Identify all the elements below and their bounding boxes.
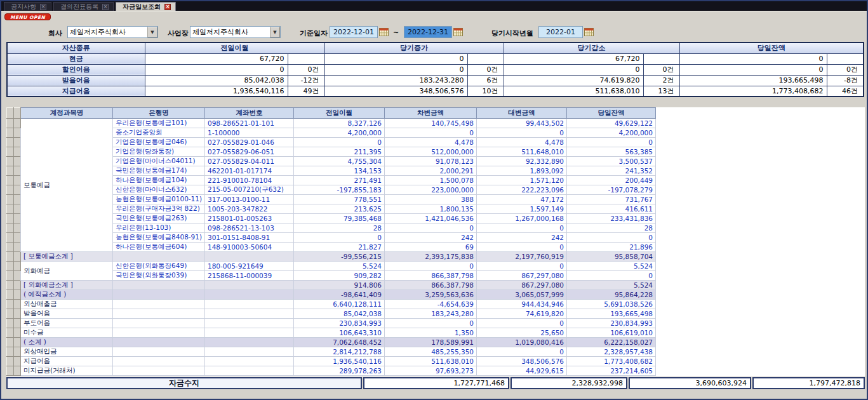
calendar-icon[interactable] bbox=[584, 27, 594, 37]
amount-cell: 1,773,408,682 bbox=[567, 357, 656, 366]
row-indicator-cell bbox=[7, 347, 14, 357]
detail-row[interactable]: 받을어음85,042,038183,243,28074,619,820193,6… bbox=[7, 309, 656, 319]
header-bank-name[interactable]: 은행명 bbox=[113, 108, 205, 119]
amount-cell: 7,062,648,452 bbox=[294, 338, 385, 347]
account-number-cell bbox=[205, 300, 294, 309]
row-indicator-cell bbox=[14, 119, 21, 128]
detail-row[interactable]: [ 외화예금소계 ]914,806866,387,798867,297,0805… bbox=[7, 281, 656, 290]
account-number-cell bbox=[205, 328, 294, 338]
calendar-icon[interactable] bbox=[379, 27, 389, 37]
amount-cell: 563,385 bbox=[567, 147, 656, 157]
summary-amount-cell: 348,506,576 bbox=[324, 86, 467, 97]
detail-row[interactable]: 외상매출금6,640,128,111-4,654,639944,434,9465… bbox=[7, 300, 656, 309]
amount-cell: 731,767 bbox=[567, 195, 656, 204]
amount-cell: 5,524 bbox=[567, 281, 656, 290]
summary-amount-cell: 0 bbox=[504, 64, 643, 75]
amount-cell: 4,755,304 bbox=[294, 157, 385, 166]
account-number-cell: 462201-01-017174 bbox=[205, 166, 294, 176]
detail-row[interactable]: ( 소계 )7,062,648,452178,589,9911,019,080,… bbox=[7, 338, 656, 347]
account-number-cell: 027-055829-04-011 bbox=[205, 157, 294, 166]
site-select[interactable]: 제일저지주식회사 ▼ bbox=[190, 26, 281, 38]
bank-name-cell bbox=[113, 309, 205, 319]
amount-cell: 237,214,605 bbox=[567, 366, 656, 376]
detail-row[interactable]: 미수금106,643,3101,35025,650106,619,010 bbox=[7, 328, 656, 338]
summary-count-cell: 10건 bbox=[467, 86, 504, 97]
date-from-input[interactable]: 2022-12-01 bbox=[330, 26, 378, 38]
header-debit-amount[interactable]: 차변금액 bbox=[385, 108, 477, 119]
detail-row[interactable]: 미지급금(거래처)289,978,26397,693,27344,929,615… bbox=[7, 366, 656, 376]
amount-cell: 0 bbox=[567, 138, 656, 147]
detail-row[interactable]: 외상매입금2,814,212,788485,255,35002,328,957,… bbox=[7, 347, 656, 357]
summary-count-cell: 13건 bbox=[643, 86, 679, 97]
amount-cell: 6,222,158,027 bbox=[567, 338, 656, 347]
row-indicator-cell bbox=[14, 338, 21, 347]
header-account-name[interactable]: 계정과목명 bbox=[21, 108, 113, 119]
date-to-input[interactable]: 2022-12-31 bbox=[404, 26, 452, 38]
tab-journal-entry[interactable]: 결의전표등록× bbox=[53, 2, 114, 11]
summary-count-cell: -12건 bbox=[288, 75, 324, 86]
amount-cell: 289,978,263 bbox=[294, 366, 385, 376]
amount-cell: 485,255,350 bbox=[385, 347, 477, 357]
header-prev-carryover[interactable]: 전일이월 bbox=[294, 108, 385, 119]
summary-header-row: 자산종류 전일이월 당기증가 당기감소 당일잔액 bbox=[7, 43, 864, 53]
bank-name-cell bbox=[113, 347, 205, 357]
amount-cell: 1,893,092 bbox=[477, 166, 567, 176]
row-label-cell: 부도어음 bbox=[21, 319, 113, 328]
calendar-icon[interactable] bbox=[453, 27, 463, 37]
company-select[interactable]: 제일저지주식회사 ▼ bbox=[67, 26, 158, 38]
summary-count-cell: 0건 bbox=[827, 64, 864, 75]
period-start-input[interactable]: 2022-01 bbox=[538, 26, 583, 38]
amount-cell: 74,619,820 bbox=[477, 309, 567, 319]
summary-amount-cell: 85,042,038 bbox=[145, 75, 288, 86]
amount-cell: 0 bbox=[477, 347, 567, 357]
tab-close-icon[interactable]: × bbox=[102, 4, 109, 10]
detail-row[interactable]: ( 예적금소계 )-98,641,4093,259,563,6363,065,0… bbox=[7, 290, 656, 300]
row-indicator-cell bbox=[14, 347, 21, 357]
amount-cell: 0 bbox=[567, 271, 656, 281]
summary-amount-cell: 74,619,820 bbox=[504, 75, 643, 86]
account-number-cell: 148-910003-50604 bbox=[205, 243, 294, 252]
detail-row[interactable]: 부도어음230,834,99300230,834,993 bbox=[7, 319, 656, 328]
tab-fund-daily-report[interactable]: 자금일보조회× bbox=[116, 2, 176, 11]
detail-row[interactable]: 지급어음1,936,540,116511,638,010348,506,5761… bbox=[7, 357, 656, 366]
row-indicator-cell bbox=[7, 138, 14, 147]
footer-total-4: 1,797,472,818 bbox=[752, 377, 865, 389]
row-label-cell: ( 예적금소계 ) bbox=[21, 290, 113, 300]
header-account-number[interactable]: 계좌번호 bbox=[205, 108, 294, 119]
amount-cell: 1,019,080,416 bbox=[477, 338, 567, 347]
row-indicator-cell bbox=[14, 243, 21, 252]
site-select-value: 제일저지주식회사 bbox=[190, 27, 270, 37]
summary-count-cell: 0건 bbox=[467, 64, 504, 75]
account-number-cell: 098-286521-13-103 bbox=[205, 223, 294, 233]
row-indicator-cell bbox=[7, 357, 14, 366]
tab-bar: 공지사항×결의전표등록×자금일보조회× bbox=[1, 1, 867, 11]
amount-cell: 28 bbox=[294, 223, 385, 233]
amount-cell: 1,350 bbox=[385, 328, 477, 338]
detail-row[interactable]: 보통예금우리은행(보통예금101)098-286521-01-1018,327,… bbox=[7, 119, 656, 128]
summary-amount-cell: 1,936,540,116 bbox=[145, 86, 288, 97]
row-indicator-cell bbox=[7, 262, 14, 271]
app-window: 공지사항×결의전표등록×자금일보조회× MENU OPEN 회사 제일저지주식회… bbox=[0, 0, 868, 400]
row-indicator-cell bbox=[7, 271, 14, 281]
bank-name-cell: 기업은행(마이너스04011) bbox=[113, 157, 205, 166]
bank-name-cell: 신한은행(마이너스632) bbox=[113, 185, 205, 195]
header-daily-balance[interactable]: 당일잔액 bbox=[567, 108, 656, 119]
amount-cell: 0 bbox=[567, 233, 656, 243]
tab-close-icon[interactable]: × bbox=[164, 4, 171, 10]
chevron-down-icon[interactable]: ▼ bbox=[270, 27, 280, 37]
detail-row[interactable]: [ 보통예금소계 ]-99,556,2152,393,175,8382,197,… bbox=[7, 252, 656, 262]
summary-amount-cell: 67,720 bbox=[504, 53, 643, 64]
detail-row[interactable]: 외화예금신한은행(외화통장649)180-005-9216495,524005,… bbox=[7, 262, 656, 271]
chevron-down-icon[interactable]: ▼ bbox=[147, 27, 157, 37]
account-number-cell: 215-05-007210(구632) bbox=[205, 185, 294, 195]
row-indicator-cell bbox=[14, 262, 21, 271]
amount-cell: 183,243,280 bbox=[385, 309, 477, 319]
account-number-cell bbox=[205, 309, 294, 319]
header-credit-amount[interactable]: 대변금액 bbox=[477, 108, 567, 119]
tab-notice[interactable]: 공지사항× bbox=[4, 2, 51, 11]
bank-name-cell: 우리은행(구매자금3억 822) bbox=[113, 204, 205, 214]
tab-close-icon[interactable]: × bbox=[40, 4, 46, 10]
summary-amount-cell: 1,773,408,682 bbox=[679, 86, 827, 97]
menu-open-button[interactable]: MENU OPEN bbox=[4, 13, 51, 20]
amount-cell: 25,650 bbox=[477, 328, 567, 338]
